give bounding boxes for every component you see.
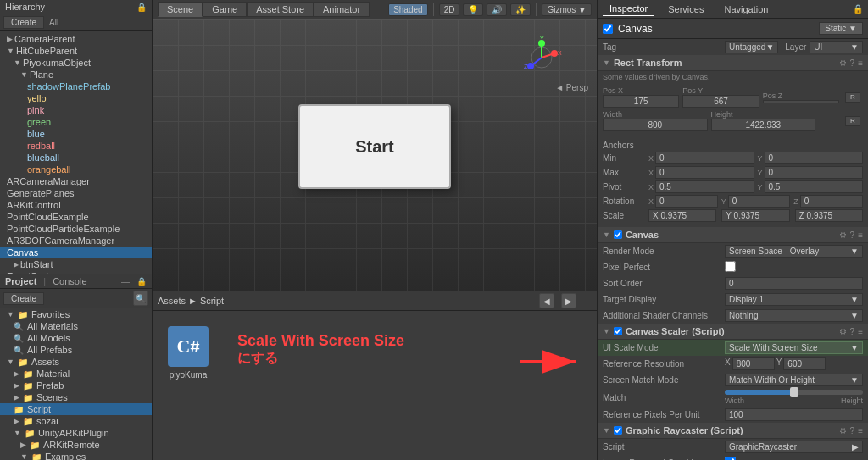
search-icon[interactable]: 🔍 [133, 291, 148, 306]
tag-dropdown[interactable]: Untagged▼ [725, 41, 778, 53]
rect-icon-1[interactable]: ⚙ [839, 58, 847, 68]
pivot-x-val[interactable]: 0.5 [655, 180, 754, 193]
scaler-icon-3[interactable]: ≡ [858, 327, 863, 336]
project-create-btn[interactable]: Create [3, 292, 44, 305]
hierarchy-item-pink[interactable]: pink [0, 104, 152, 116]
rect-icon-3[interactable]: ≡ [858, 58, 863, 68]
hierarchy-item-ar3dof[interactable]: AR3DOFCameraManager [0, 235, 152, 247]
rect-r-btn[interactable]: R [845, 92, 860, 103]
ref-pixels-val[interactable]: 100 [725, 408, 863, 421]
scale-z-value[interactable]: Z 0.9375 [795, 209, 863, 222]
lock-icon[interactable]: 🔒 [136, 3, 147, 12]
hierarchy-item-piyokuma[interactable]: ▼PiyokumaObject [0, 57, 152, 69]
ref-x-val[interactable]: 800 [732, 357, 775, 370]
canvas-section-header[interactable]: ▼ Canvas ⚙ ? ≡ [598, 227, 868, 243]
max-y-val[interactable]: 0 [765, 166, 863, 179]
hierarchy-item-shadow[interactable]: shadowPlanePrefab [0, 80, 152, 92]
screen-match-dropdown[interactable]: Match Width Or Height▼ [725, 374, 863, 386]
project-item-favorites[interactable]: ▼📁Favorites [0, 308, 152, 320]
proj-lock-icon[interactable]: 🔒 [136, 277, 147, 286]
canvas-enabled-checkbox[interactable] [614, 230, 622, 239]
rot-z-val[interactable]: 0 [800, 195, 863, 208]
pos-y-value[interactable]: 667 [682, 95, 759, 108]
scaler-icon-1[interactable]: ⚙ [839, 327, 847, 336]
tab-asset-store[interactable]: Asset Store [247, 2, 314, 17]
scene-viewport[interactable]: Start X Y [153, 19, 597, 291]
console-tab[interactable]: Console [53, 276, 86, 286]
graphic-raycaster-section-header[interactable]: ▼ Graphic Raycaster (Script) ⚙ ? ≡ [598, 423, 868, 439]
rect-icon-2[interactable]: ? [850, 58, 855, 68]
hierarchy-item-camera-parent[interactable]: ▶CameraParent [0, 33, 152, 45]
project-item-assets[interactable]: ▼📁Assets [0, 356, 152, 368]
proj-minimize-icon[interactable]: — [121, 277, 130, 286]
render-mode-dropdown[interactable]: Screen Space - Overlay▼ [725, 245, 863, 258]
hierarchy-item-orangeball[interactable]: orangeball [0, 163, 152, 175]
hierarchy-item-arcamera[interactable]: ARCameraManager [0, 175, 152, 187]
minimize-icon[interactable]: — [125, 3, 133, 12]
match-slider-track[interactable] [725, 390, 863, 395]
hierarchy-item-canvas[interactable]: Canvas [0, 247, 152, 258]
project-item-scenes[interactable]: ▶📁Scenes [0, 391, 152, 403]
pos-x-value[interactable]: 175 [603, 95, 679, 108]
canvas-scaler-enabled-checkbox[interactable] [614, 327, 622, 335]
scale-y-value[interactable]: Y 0.9375 [721, 209, 789, 222]
canvas-icon-2[interactable]: ? [850, 230, 855, 240]
shader-channels-dropdown[interactable]: Nothing▼ [725, 309, 863, 322]
mode-2d-btn[interactable]: 2D [439, 3, 460, 16]
raycaster-script-dropdown[interactable]: GraphicRaycaster▶ [725, 441, 863, 453]
max-x-val[interactable]: 0 [655, 166, 754, 179]
raycaster-icon-2[interactable]: ? [850, 426, 855, 435]
project-item-examples[interactable]: ▼📁Examples [0, 451, 152, 460]
raycaster-icon-1[interactable]: ⚙ [839, 426, 847, 435]
tab-scene[interactable]: Scene [158, 2, 203, 17]
canvas-icon-1[interactable]: ⚙ [839, 230, 847, 240]
rot-y-val[interactable]: 0 [728, 195, 791, 208]
canvas-icon-3[interactable]: ≡ [858, 230, 863, 240]
object-active-checkbox[interactable] [603, 24, 613, 34]
hierarchy-item-blueball[interactable]: blueball [0, 152, 152, 163]
scene-canvas-object[interactable]: Start [298, 104, 451, 189]
pivot-y-val[interactable]: 0.5 [765, 180, 863, 193]
project-item-material[interactable]: ▶📁Material [0, 368, 152, 380]
rot-x-val[interactable]: 0 [655, 195, 718, 208]
hierarchy-create-btn[interactable]: Create [3, 16, 44, 29]
fx-btn[interactable]: ✨ [510, 3, 531, 16]
project-item-arkitremote[interactable]: ▶📁ARKitRemote [0, 439, 152, 451]
project-item-all-prefabs[interactable]: 🔍All Prefabs [0, 344, 152, 356]
width-value[interactable]: 800 [603, 119, 708, 131]
scale-xyz-value[interactable]: X 0.9375 [648, 209, 716, 222]
project-item-sozai[interactable]: ▶📁sozai [0, 415, 152, 427]
hierarchy-item-redball[interactable]: redball [0, 140, 152, 152]
inspector-lock-icon[interactable]: 🔒 [853, 4, 863, 14]
match-slider-thumb[interactable] [790, 387, 798, 397]
sort-order-val[interactable]: 0 [725, 277, 863, 290]
pos-z-value[interactable] [763, 100, 839, 103]
canvas-scaler-section-header[interactable]: ▼ Canvas Scaler (Script) ⚙ ? ≡ [598, 324, 868, 340]
hierarchy-item-yello[interactable]: yello [0, 92, 152, 104]
assets-forward-icon[interactable]: ▶ [561, 293, 576, 308]
rect-transform-section-header[interactable]: ▼ Rect Transform ⚙ ? ≡ [598, 55, 868, 71]
shading-btn[interactable]: Shaded [388, 3, 427, 16]
hierarchy-item-blue[interactable]: blue [0, 128, 152, 140]
hierarchy-item-generateplanes[interactable]: GeneratePlanes [0, 187, 152, 199]
ref-y-val[interactable]: 600 [783, 357, 826, 370]
tab-services[interactable]: Services [661, 3, 710, 16]
min-y-val[interactable]: 0 [765, 152, 863, 164]
hierarchy-item-btnstart[interactable]: ▶btnStart [0, 258, 152, 270]
hierarchy-item-pointcloud[interactable]: PointCloudExample [0, 211, 152, 223]
height-value[interactable]: 1422.933 [711, 119, 816, 131]
hierarchy-item-arkitcontrol[interactable]: ARKitControl [0, 199, 152, 211]
lights-btn[interactable]: 💡 [463, 3, 483, 16]
raycaster-icon-3[interactable]: ≡ [858, 426, 863, 435]
pixel-perfect-checkbox[interactable] [725, 261, 736, 272]
project-item-all-materials[interactable]: 🔍All Materials [0, 320, 152, 332]
assets-back-icon[interactable]: ◀ [539, 293, 554, 308]
graphic-raycaster-enabled-checkbox[interactable] [614, 426, 622, 435]
project-item-all-models[interactable]: 🔍All Models [0, 332, 152, 344]
sound-btn[interactable]: 🔊 [487, 3, 507, 16]
tab-inspector[interactable]: Inspector [603, 2, 654, 16]
ui-scale-mode-dropdown[interactable]: Scale With Screen Size▼ [725, 341, 863, 354]
hierarchy-item-hitcube-parent[interactable]: ▼HitCubeParent [0, 45, 152, 57]
project-item-prefab[interactable]: ▶📁Prefab [0, 380, 152, 391]
scene-gizmo[interactable]: X Y Z [520, 36, 563, 79]
